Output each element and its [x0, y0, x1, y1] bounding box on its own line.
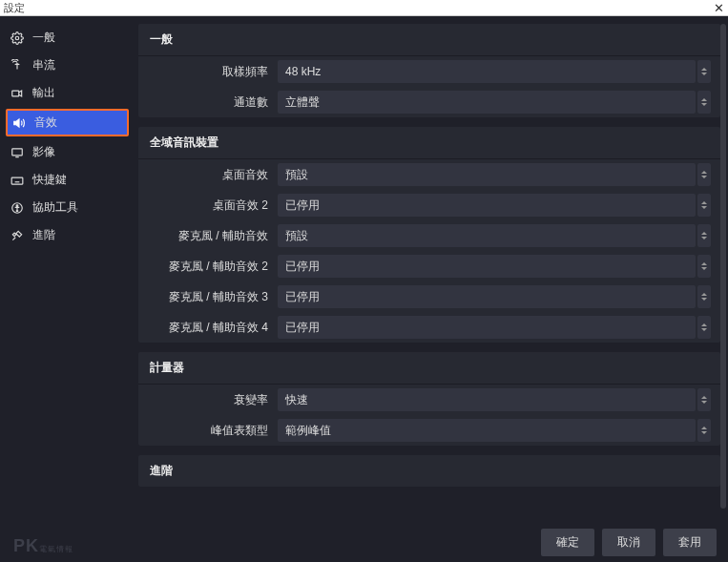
group-header[interactable]: 進階 — [138, 455, 720, 487]
row-channels: 通道數 立體聲 — [138, 87, 720, 117]
group-meters: 計量器 衰變率 快速 峰值表類型 範例峰值 — [138, 352, 720, 446]
svg-rect-2 — [12, 148, 23, 155]
ok-button[interactable]: 確定 — [541, 529, 594, 556]
group-body: 取樣頻率 48 kHz 通道數 立體聲 — [138, 55, 720, 117]
antenna-icon — [10, 58, 25, 73]
group-header: 計量器 — [138, 352, 720, 384]
svg-point-5 — [16, 204, 18, 206]
sidebar-item-audio[interactable]: 音效 — [6, 109, 129, 136]
sidebar-item-label: 一般 — [32, 30, 55, 46]
main-container: 一般 串流 輸出 音效 影像 快捷鍵 協助工具 進階 — [0, 16, 728, 522]
cancel-button[interactable]: 取消 — [602, 529, 655, 556]
group-header: 一般 — [138, 24, 720, 55]
row-label: 取樣頻率 — [148, 64, 278, 80]
sidebar-item-label: 串流 — [32, 57, 55, 73]
sidebar-item-label: 快捷鍵 — [32, 172, 67, 188]
scrollbar[interactable] — [720, 24, 726, 509]
sidebar-item-video[interactable]: 影像 — [0, 138, 135, 166]
group-general: 一般 取樣頻率 48 kHz 通道數 立體聲 — [138, 24, 720, 117]
row-label: 桌面音效 — [148, 167, 278, 183]
select-mic-aux[interactable]: 預設 — [278, 224, 696, 247]
group-body: 衰變率 快速 峰值表類型 範例峰值 — [138, 384, 720, 446]
stepper-icon[interactable] — [697, 316, 711, 339]
group-global-audio-devices: 全域音訊裝置 桌面音效 預設 桌面音效 2 已停用 麥克風 / 輔助音效 預設 — [138, 127, 720, 343]
watermark: PK電氣情報 — [13, 536, 73, 556]
sidebar-item-label: 輸出 — [32, 85, 55, 101]
sidebar-item-advanced[interactable]: 進階 — [0, 221, 135, 249]
sidebar-item-label: 音效 — [34, 114, 57, 131]
row-mic-aux-2: 麥克風 / 輔助音效 2 已停用 — [138, 251, 720, 281]
tools-icon — [10, 228, 25, 243]
stepper-icon[interactable] — [697, 388, 711, 411]
row-label: 麥克風 / 輔助音效 — [148, 228, 278, 244]
svg-rect-3 — [11, 177, 23, 184]
accessibility-icon — [10, 200, 25, 216]
select-decay-rate[interactable]: 快速 — [278, 388, 696, 411]
stepper-icon[interactable] — [697, 285, 711, 308]
window-titlebar: 設定 ✕ — [0, 0, 728, 16]
apply-button[interactable]: 套用 — [663, 529, 717, 556]
close-icon[interactable]: ✕ — [714, 2, 724, 14]
select-mic-aux-2[interactable]: 已停用 — [278, 255, 696, 278]
display-icon — [10, 145, 25, 160]
stepper-icon[interactable] — [697, 60, 711, 83]
row-sample-rate: 取樣頻率 48 kHz — [138, 56, 720, 87]
gear-icon — [10, 31, 25, 46]
row-decay-rate: 衰變率 快速 — [138, 385, 720, 415]
speaker-icon — [11, 115, 27, 131]
select-sample-rate[interactable]: 48 kHz — [278, 60, 696, 83]
sidebar-item-label: 影像 — [32, 144, 55, 160]
stepper-icon[interactable] — [697, 419, 711, 442]
row-label: 桌面音效 2 — [148, 198, 278, 214]
stepper-icon[interactable] — [697, 91, 711, 114]
sidebar-item-label: 協助工具 — [32, 199, 78, 216]
output-icon — [10, 86, 25, 101]
row-label: 衰變率 — [148, 392, 278, 408]
svg-point-0 — [15, 36, 19, 40]
sidebar-item-stream[interactable]: 串流 — [0, 52, 135, 79]
sidebar-item-output[interactable]: 輸出 — [0, 79, 135, 107]
group-advanced: 進階 — [138, 455, 720, 487]
sidebar-item-hotkeys[interactable]: 快捷鍵 — [0, 166, 135, 194]
row-mic-aux-3: 麥克風 / 輔助音效 3 已停用 — [138, 281, 720, 312]
row-desktop-audio: 桌面音效 預設 — [138, 159, 720, 190]
select-channels[interactable]: 立體聲 — [278, 91, 696, 114]
sidebar: 一般 串流 輸出 音效 影像 快捷鍵 協助工具 進階 — [0, 16, 135, 522]
row-label: 通道數 — [148, 94, 278, 111]
keyboard-icon — [10, 173, 25, 188]
select-desktop-audio-2[interactable]: 已停用 — [278, 194, 696, 217]
row-label: 麥克風 / 輔助音效 2 — [148, 259, 278, 275]
select-desktop-audio[interactable]: 預設 — [278, 163, 696, 186]
row-label: 麥克風 / 輔助音效 3 — [148, 289, 278, 305]
sidebar-item-label: 進階 — [32, 227, 55, 243]
window-title: 設定 — [4, 1, 714, 15]
select-mic-aux-4[interactable]: 已停用 — [278, 316, 696, 339]
group-header: 全域音訊裝置 — [138, 127, 720, 158]
dialog-footer: PK電氣情報 確定 取消 套用 — [0, 522, 728, 562]
row-mic-aux-4: 麥克風 / 輔助音效 4 已停用 — [138, 312, 720, 343]
stepper-icon[interactable] — [697, 194, 711, 217]
select-mic-aux-3[interactable]: 已停用 — [278, 285, 696, 308]
select-peak-meter-type[interactable]: 範例峰值 — [278, 419, 696, 442]
row-desktop-audio-2: 桌面音效 2 已停用 — [138, 190, 720, 220]
row-peak-meter-type: 峰值表類型 範例峰值 — [138, 415, 720, 446]
sidebar-item-general[interactable]: 一般 — [0, 24, 135, 52]
row-mic-aux: 麥克風 / 輔助音效 預設 — [138, 220, 720, 251]
group-body: 桌面音效 預設 桌面音效 2 已停用 麥克風 / 輔助音效 預設 麥克風 / 輔… — [138, 158, 720, 343]
sidebar-item-accessibility[interactable]: 協助工具 — [0, 194, 135, 221]
svg-rect-1 — [12, 91, 19, 96]
stepper-icon[interactable] — [697, 224, 711, 247]
settings-panel: 一般 取樣頻率 48 kHz 通道數 立體聲 全域音訊裝置 桌面音效 — [135, 16, 728, 522]
row-label: 峰值表類型 — [148, 423, 278, 439]
stepper-icon[interactable] — [697, 163, 711, 186]
row-label: 麥克風 / 輔助音效 4 — [148, 320, 278, 336]
stepper-icon[interactable] — [697, 255, 711, 278]
